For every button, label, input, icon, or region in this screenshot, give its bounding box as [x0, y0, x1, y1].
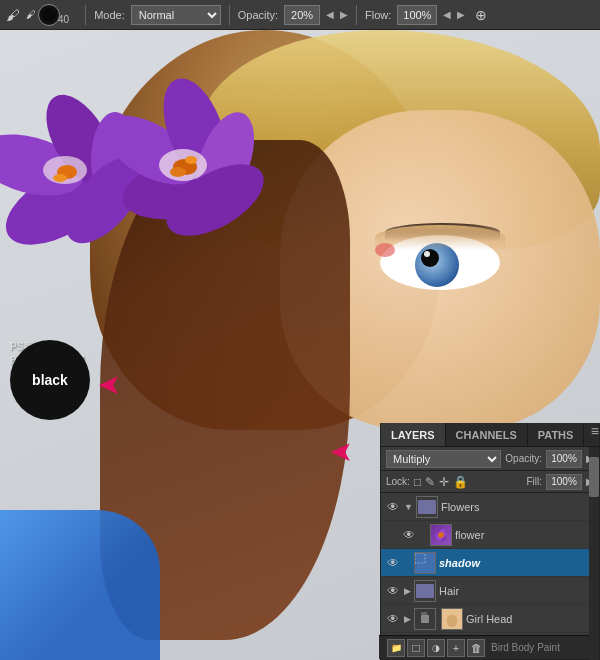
brush-size: 40 — [58, 14, 69, 25]
layer-row-flower[interactable]: 👁 ▶ flower — [381, 521, 599, 549]
layer-row-hair-group[interactable]: 👁 ▶ Hair — [381, 577, 599, 605]
eye-visibility-girlhead[interactable]: 👁 — [385, 611, 401, 627]
color-tooltip: black — [10, 340, 90, 420]
eye-visibility-flowers[interactable]: 👁 — [385, 499, 401, 515]
expand-arrow-girlhead[interactable]: ▶ — [404, 614, 411, 624]
expand-arrow-hair[interactable]: ▶ — [404, 586, 411, 596]
layer-name-hair: Hair — [439, 585, 595, 597]
layer-thumb-shadow — [414, 552, 436, 574]
brush-label: 🖌 — [26, 9, 36, 20]
new-layer-btn[interactable]: + — [447, 639, 465, 657]
layers-list: 👁 ▼ Flowers 👁 ▶ — [381, 493, 599, 636]
separator3 — [356, 5, 357, 25]
tab-layers[interactable]: LAYERS — [381, 423, 446, 446]
airbrush-icon[interactable]: ⊕ — [475, 7, 487, 23]
lock-label: Lock: — [386, 476, 410, 487]
folder-icon — [418, 500, 436, 514]
delete-layer-btn[interactable]: 🗑 — [467, 639, 485, 657]
folder-icon-hair — [416, 584, 434, 598]
layers-panel: LAYERS CHANNELS PATHS ≡ Normal Multiply … — [380, 423, 600, 660]
layer-mask-btn[interactable]: □ — [407, 639, 425, 657]
panel-bottom-bar: 📁 □ ◑ + 🗑 Bird Body Paint — [379, 635, 599, 659]
new-group-btn[interactable]: 📁 — [387, 639, 405, 657]
flow-label: Flow: — [365, 9, 391, 21]
opacity-label: Opacity: — [238, 9, 278, 21]
lock-transparent-icon[interactable]: □ — [414, 475, 421, 489]
flow-input[interactable] — [397, 5, 437, 25]
lock-image-icon[interactable]: ✎ — [425, 475, 435, 489]
eye-visibility-flower[interactable]: 👁 — [401, 527, 417, 543]
painting[interactable]: PS美程论坛 BBS.16YX.COM black ➤ ➤ LAYERS CHA… — [0, 30, 600, 660]
pink-arrow-2: ➤ — [330, 435, 353, 468]
flow-arrow-left[interactable]: ◀ — [443, 9, 451, 20]
clothing2-layer — [0, 510, 160, 660]
lock-all-icon[interactable]: 🔒 — [453, 475, 468, 489]
layer-thumb-flower — [430, 524, 452, 546]
layer-thumb-flowers — [416, 496, 438, 518]
toolbar: 🖌 🖌 40 Mode: Normal Dissolve Multiply Op… — [0, 0, 600, 30]
separator — [85, 5, 86, 25]
canvas-area: PS美程论坛 BBS.16YX.COM black ➤ ➤ LAYERS CHA… — [0, 30, 600, 660]
opacity-panel-label: Opacity: — [505, 453, 542, 464]
mode-label: Mode: — [94, 9, 125, 21]
eye-area — [380, 225, 510, 305]
adjustment-layer-btn[interactable]: ◑ — [427, 639, 445, 657]
color-label: black — [32, 372, 68, 388]
svg-point-24 — [447, 614, 458, 627]
layer-name-flower: flower — [455, 529, 595, 541]
panel-scrollbar[interactable] — [589, 447, 599, 660]
eyelid — [375, 225, 505, 250]
eye-visibility-hair[interactable]: 👁 — [385, 583, 401, 599]
lock-position-icon[interactable]: ✛ — [439, 475, 449, 489]
svg-point-20 — [438, 532, 443, 537]
layer-thumb-hair — [414, 580, 436, 602]
pink-arrow-1: ➤ — [98, 368, 121, 401]
bottom-layer-label: Bird Body Paint — [491, 642, 560, 653]
brush-preview[interactable] — [38, 4, 60, 26]
layer-row-shadow[interactable]: 👁 ▶ shadow — [381, 549, 599, 577]
fill-input[interactable] — [546, 474, 582, 490]
blend-mode-select[interactable]: Normal Multiply Screen — [386, 450, 501, 468]
expand-arrow-flowers[interactable]: ▼ — [404, 502, 413, 512]
svg-rect-22 — [415, 553, 425, 563]
lock-row: Lock: □ ✎ ✛ 🔒 Fill: ▶ — [381, 471, 599, 493]
scroll-thumb[interactable] — [589, 457, 599, 497]
layer-name-flowers: Flowers — [441, 501, 595, 513]
panel-menu-icon[interactable]: ≡ — [591, 423, 599, 446]
brush-tool-icon[interactable]: 🖌 — [6, 7, 20, 23]
layer-thumb-girlhead-folder — [414, 608, 436, 630]
eye-visibility-shadow[interactable]: 👁 — [385, 555, 401, 571]
opacity-panel-input[interactable] — [546, 450, 582, 468]
separator2 — [229, 5, 230, 25]
eye-corner — [375, 243, 395, 257]
flow-arrow-right[interactable]: ▶ — [457, 9, 465, 20]
layer-row-flowers-group[interactable]: 👁 ▼ Flowers — [381, 493, 599, 521]
opacity-arrow-right[interactable]: ▶ — [340, 9, 348, 20]
layer-thumb-girlhead-mask — [441, 608, 463, 630]
mode-select[interactable]: Normal Dissolve Multiply — [131, 5, 221, 25]
layer-name-shadow: shadow — [439, 557, 595, 569]
opacity-arrow-left[interactable]: ◀ — [326, 9, 334, 20]
opacity-input[interactable] — [284, 5, 320, 25]
tab-paths[interactable]: PATHS — [528, 423, 585, 446]
eye-highlight — [424, 251, 430, 257]
tab-channels[interactable]: CHANNELS — [446, 423, 528, 446]
fill-label: Fill: — [526, 476, 542, 487]
layer-name-girlhead: Girl Head — [466, 613, 595, 625]
blend-options-row: Normal Multiply Screen Opacity: ▶ — [381, 447, 599, 471]
layer-row-girlhead-group[interactable]: 👁 ▶ Girl Head — [381, 605, 599, 633]
panel-tabs: LAYERS CHANNELS PATHS ≡ — [381, 423, 599, 447]
